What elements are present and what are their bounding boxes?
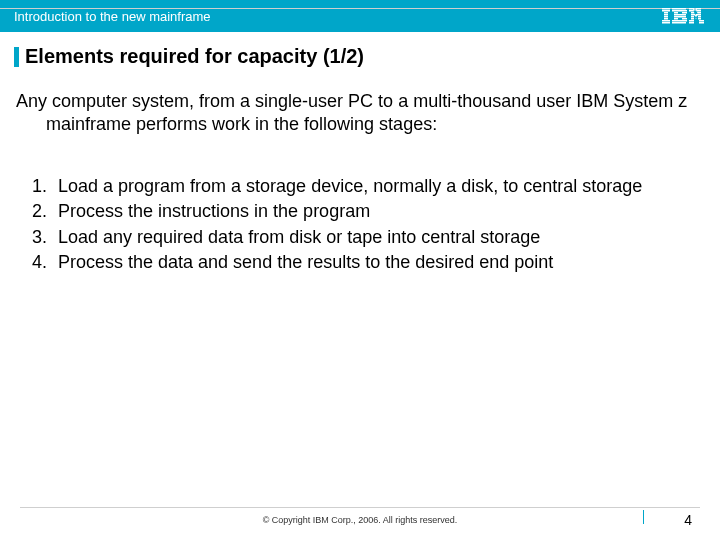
- svg-rect-1: [662, 10, 670, 12]
- title-accent-bar: [14, 47, 19, 67]
- svg-rect-4: [664, 16, 668, 18]
- intro-paragraph: Any computer system, from a single-user …: [14, 90, 706, 137]
- svg-rect-2: [664, 12, 668, 14]
- svg-rect-0: [662, 8, 670, 10]
- svg-rect-7: [662, 22, 670, 24]
- list-text: Process the instructions in the program: [58, 200, 706, 223]
- list-text: Process the data and send the results to…: [58, 251, 706, 274]
- list-item: 2. Process the instructions in the progr…: [32, 200, 706, 223]
- content-area: Any computer system, from a single-user …: [0, 90, 720, 274]
- list-text: Load a program from a storage device, no…: [58, 175, 706, 198]
- slide-title: Elements required for capacity (1/2): [25, 45, 364, 68]
- list-number: 3.: [32, 226, 58, 249]
- page-number: 4: [684, 512, 700, 528]
- header-bar: Introduction to the new mainframe: [0, 0, 720, 32]
- title-section: Elements required for capacity (1/2): [0, 45, 720, 68]
- footer: © Copyright IBM Corp., 2006. All rights …: [0, 507, 720, 528]
- list-item: 1. Load a program from a storage device,…: [32, 175, 706, 198]
- copyright-text: © Copyright IBM Corp., 2006. All rights …: [263, 515, 458, 525]
- footer-divider: [20, 507, 700, 508]
- list-text: Load any required data from disk or tape…: [58, 226, 706, 249]
- svg-rect-3: [664, 14, 668, 16]
- list-number: 1.: [32, 175, 58, 198]
- footer-row: © Copyright IBM Corp., 2006. All rights …: [20, 512, 700, 528]
- title-row: Elements required for capacity (1/2): [14, 45, 706, 68]
- ibm-logo-icon: [662, 8, 706, 24]
- list-number: 2.: [32, 200, 58, 223]
- page-divider: [643, 510, 644, 524]
- ordered-list: 1. Load a program from a storage device,…: [14, 175, 706, 275]
- svg-rect-6: [662, 20, 670, 22]
- intro-text: Any computer system, from a single-user …: [16, 90, 706, 137]
- svg-rect-5: [664, 18, 668, 20]
- list-item: 3. Load any required data from disk or t…: [32, 226, 706, 249]
- list-item: 4. Process the data and send the results…: [32, 251, 706, 274]
- header-title: Introduction to the new mainframe: [14, 9, 211, 24]
- list-number: 4.: [32, 251, 58, 274]
